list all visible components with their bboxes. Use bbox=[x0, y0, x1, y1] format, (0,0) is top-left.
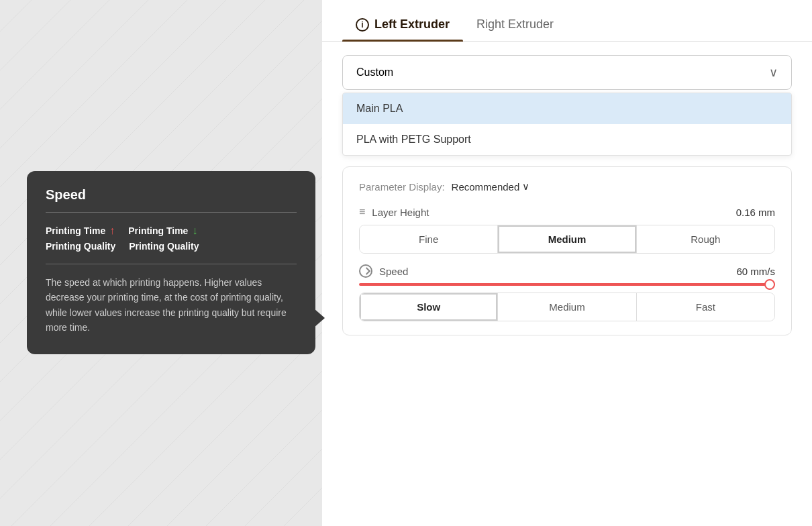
option-pla-petg-label: PLA with PETG Support bbox=[356, 134, 471, 145]
layer-height-label-row: ≡ Layer Height 0.16 mm bbox=[359, 206, 775, 218]
legend-print-time-up: Printing Time ↑ bbox=[46, 225, 115, 237]
chevron-down-icon: ∨ bbox=[769, 65, 778, 80]
param-display-chevron: ∨ bbox=[522, 180, 529, 193]
info-icon-left: i bbox=[356, 18, 369, 32]
tooltip-legend-row1: Printing Time ↑ Printing Time ↓ bbox=[46, 225, 297, 237]
speed-section: Speed 60 mm/s Slow Medium Fast bbox=[359, 264, 775, 321]
tab-left-label: Left Extruder bbox=[374, 17, 450, 32]
material-dropdown[interactable]: Custom ∨ bbox=[342, 55, 792, 90]
option-main-pla[interactable]: Main PLA bbox=[343, 93, 791, 124]
speed-value: 60 mm/s bbox=[736, 266, 775, 277]
tooltip-legend-row2: Printing Quality Printing Quality bbox=[46, 241, 297, 252]
tabs-header: i Left Extruder Right Extruder bbox=[322, 0, 812, 42]
param-display-label: Parameter Display: bbox=[359, 181, 445, 193]
hamburger-icon: ≡ bbox=[359, 206, 365, 218]
legend-quality-2: Printing Quality bbox=[129, 241, 199, 252]
option-main-pla-label: Main PLA bbox=[356, 103, 403, 114]
param-display-text: Recommended bbox=[452, 181, 520, 193]
speed-medium-button[interactable]: Medium bbox=[498, 293, 636, 321]
left-panel: Speed Printing Time ↑ Printing Time ↓ Pr… bbox=[0, 0, 322, 526]
speed-slow-button[interactable]: Slow bbox=[360, 293, 498, 321]
layer-height-medium-button[interactable]: Medium bbox=[498, 225, 636, 253]
content-area: Custom ∨ Main PLA PLA with PETG Support … bbox=[322, 42, 812, 526]
option-pla-petg[interactable]: PLA with PETG Support bbox=[343, 124, 791, 155]
legend-label-1: Printing Time bbox=[46, 225, 105, 236]
speed-clock-icon bbox=[359, 264, 372, 278]
tab-right-extruder[interactable]: Right Extruder bbox=[463, 11, 567, 41]
param-section: Parameter Display: Recommended ∨ ≡ Layer… bbox=[342, 166, 792, 335]
layer-height-rough-button[interactable]: Rough bbox=[637, 225, 774, 253]
tooltip-popup: Speed Printing Time ↑ Printing Time ↓ Pr… bbox=[27, 171, 315, 354]
legend-quality-1: Printing Quality bbox=[46, 241, 115, 252]
tooltip-title: Speed bbox=[46, 187, 297, 203]
right-panel: i Left Extruder Right Extruder Custom ∨ … bbox=[322, 0, 812, 526]
speed-btn-group: Slow Medium Fast bbox=[359, 293, 775, 321]
legend-print-time-down: Printing Time ↓ bbox=[128, 225, 197, 237]
dropdown-options-list: Main PLA PLA with PETG Support bbox=[342, 93, 792, 156]
layer-height-label-left: ≡ Layer Height bbox=[359, 206, 429, 218]
speed-slider-track[interactable] bbox=[359, 283, 775, 286]
tooltip-divider bbox=[46, 212, 297, 213]
legend-label-2: Printing Time bbox=[128, 225, 188, 236]
tooltip-divider2 bbox=[46, 264, 297, 264]
speed-fast-button[interactable]: Fast bbox=[637, 293, 774, 321]
layer-height-value: 0.16 mm bbox=[736, 207, 775, 218]
tab-right-label: Right Extruder bbox=[476, 17, 554, 32]
dropdown-selected-value: Custom bbox=[356, 66, 393, 78]
arrow-down-icon: ↓ bbox=[192, 225, 197, 237]
layer-height-label: Layer Height bbox=[372, 207, 429, 218]
layer-height-btn-group: Fine Medium Rough bbox=[359, 225, 775, 254]
speed-label-left: Speed bbox=[359, 264, 408, 278]
speed-label: Speed bbox=[379, 266, 408, 277]
arrow-up-icon: ↑ bbox=[109, 225, 115, 237]
tooltip-description: The speed at which printing happens. Hig… bbox=[46, 275, 297, 335]
param-display-value[interactable]: Recommended ∨ bbox=[452, 180, 530, 193]
layer-height-fine-button[interactable]: Fine bbox=[360, 225, 498, 253]
speed-label-row: Speed 60 mm/s bbox=[359, 264, 775, 278]
layer-height-row: ≡ Layer Height 0.16 mm Fine Medium Rough bbox=[359, 206, 775, 254]
tab-left-extruder[interactable]: i Left Extruder bbox=[342, 11, 463, 41]
param-display-row: Parameter Display: Recommended ∨ bbox=[359, 180, 775, 193]
